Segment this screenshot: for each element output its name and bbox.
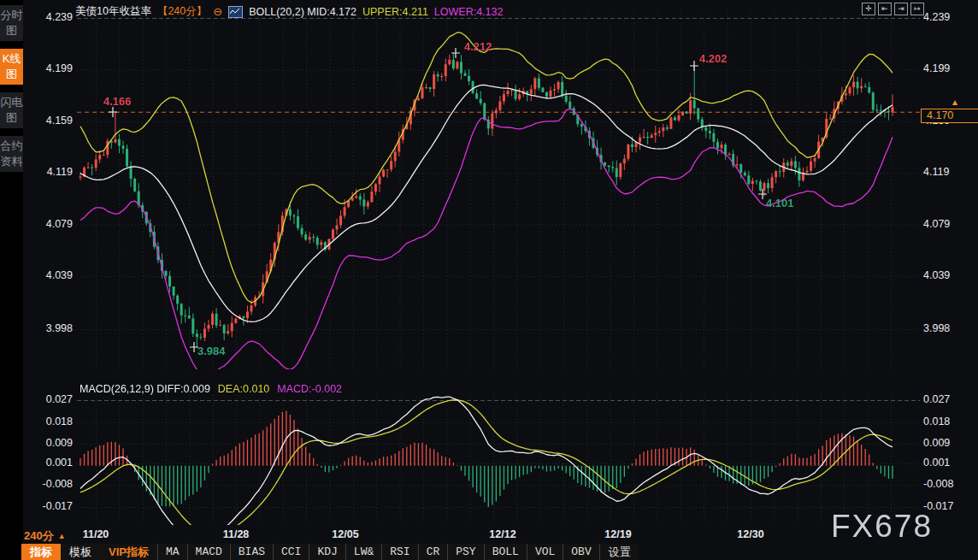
indicator-KDJ[interactable]: KDJ [309,544,345,560]
date-tick: 11/28 [223,528,250,540]
price-tick-right: 4.079 [923,218,975,230]
macd-tick-left: 0.018 [26,416,73,427]
price-annotation: 4.101 [766,197,794,209]
price-annotation: 4.166 [103,95,132,108]
sidebar-tab-1[interactable]: 分时图 [0,5,23,41]
price-tick-left: 3.998 [26,322,73,334]
price-tick-right: 4.119 [923,166,975,178]
current-price-box: 4.170 [921,109,978,123]
price-annotation: 4.212 [464,40,492,53]
toolbar-tab-1[interactable]: 指标 [21,544,61,560]
toolbar-tab-3[interactable]: VIP指标 [100,544,157,560]
price-tick-right: 4.039 [923,269,975,281]
date-tick: 12/12 [489,528,516,540]
macd-tick-left: 0.027 [26,393,73,405]
price-up-arrow-icon: ▲ [951,97,959,107]
watermark: FX678 [831,509,933,545]
date-tick: 11/20 [83,528,109,540]
macd-tick-left: 0.001 [26,457,73,469]
macd-tick-right: 0.001 [923,457,975,469]
macd-tick-right: 0.009 [923,437,975,449]
price-tick-left: 4.079 [26,218,73,230]
macd-tick-right: -0.008 [923,478,975,490]
settings-button[interactable]: 设置 [599,544,639,560]
price-tick-left: 4.199 [26,62,73,74]
chart-application-window: 分时图K线图闪电图合约资料 美债10年收益率 【240分】 ⊖ BOLL(20,… [0,0,978,560]
timeframe-arrow-icon: ▲ [58,532,66,540]
date-tick: 12/05 [332,528,358,540]
price-tick-left: 4.039 [26,269,73,281]
price-tick-right: 3.998 [923,322,975,334]
timeframe-label: 240分 [24,528,54,544]
indicator-PSY[interactable]: PSY [447,544,483,560]
price-tick-right: 4.239 [923,11,975,23]
indicator-RSI[interactable]: RSI [381,544,417,560]
sidebar-tab-4[interactable]: 合约资料 [0,136,23,172]
left-sidebar: 分时图K线图闪电图合约资料 [0,0,23,560]
indicator-BIAS[interactable]: BIAS [230,544,273,560]
price-annotation: 4.202 [699,52,728,65]
indicator-VOL[interactable]: VOL [527,544,563,560]
indicator-BOLL[interactable]: BOLL [484,544,527,560]
sidebar-tab-3[interactable]: 闪电图 [0,92,23,128]
indicator-CR[interactable]: CR [418,544,448,560]
indicator-CCI[interactable]: CCI [273,544,309,560]
indicator-MACD[interactable]: MACD [187,544,230,560]
date-tick: 12/19 [604,528,631,540]
price-annotation: 3.984 [197,345,226,357]
indicator-LW[interactable]: LW& [345,544,381,560]
macd-tick-left: -0.008 [26,478,73,490]
toolbar-tab-2[interactable]: 模板 [61,544,100,560]
indicator-OBV[interactable]: OBV [563,544,598,560]
macd-tick-right: 0.027 [923,393,975,405]
indicator-MA[interactable]: MA [157,544,187,560]
macd-tick-right: 0.018 [923,416,975,427]
date-tick: 12/30 [737,528,763,540]
macd-diff-readout: MACD(26,12,9) DIFF:0.009 [80,383,210,395]
timeframe-selector[interactable]: 240分 ▲ [24,528,66,544]
macd-header: MACD(26,12,9) DIFF:0.009 DEA:0.010 MACD:… [80,383,342,395]
bottom-toolbar: 指标模板VIP指标MAMACDBIASCCIKDJLW&RSICRPSYBOLL… [21,544,639,560]
price-tick-left: 4.159 [26,115,73,127]
price-tick-left: 4.119 [26,166,73,178]
macd-dea-readout: DEA:0.010 [218,383,269,395]
macd-tick-left: 0.009 [26,437,73,449]
sidebar-tab-2[interactable]: K线图 [0,49,23,85]
price-tick-left: 4.239 [26,11,73,23]
macd-tick-left: -0.017 [26,500,73,512]
price-tick-right: 4.199 [923,62,975,74]
chart-canvas[interactable] [77,0,920,527]
macd-value-readout: MACD:-0.002 [277,383,342,395]
